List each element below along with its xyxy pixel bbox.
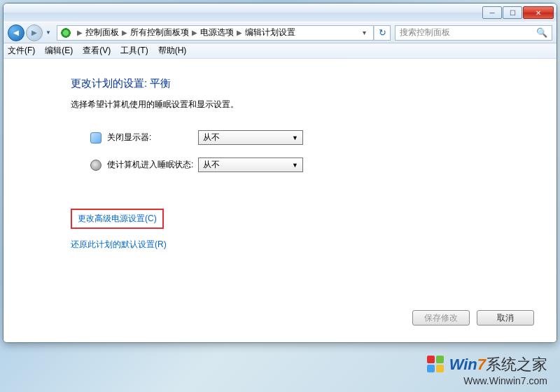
chevron-down-icon: ▼ xyxy=(292,162,298,169)
dropdown-sleep[interactable]: 从不 ▼ xyxy=(198,158,303,172)
watermark-url: Www.Winwin7.com xyxy=(427,375,547,386)
crumb-edit-plan[interactable]: 编辑计划设置 xyxy=(245,27,295,38)
watermark-zh: 系统之家 xyxy=(486,356,547,373)
search-icon: 🔍 xyxy=(536,27,547,38)
window-titlebar: ─ ☐ ✕ xyxy=(4,4,556,22)
chevron-right-icon: ▶ xyxy=(122,29,127,36)
search-input[interactable]: 搜索控制面板 🔍 xyxy=(395,25,552,41)
breadcrumb-dropdown-icon[interactable]: ▾ xyxy=(358,29,370,36)
crumb-control-panel[interactable]: 控制面板 xyxy=(85,27,119,38)
control-panel-window: ─ ☐ ✕ ◄ ► ▼ ▶ 控制面板 ▶ 所有控制面板项 ▶ 电源选项 ▶ 编辑… xyxy=(3,3,557,343)
nav-forward-button[interactable]: ► xyxy=(26,24,43,41)
label-sleep: 使计算机进入睡眠状态: xyxy=(107,159,198,171)
chevron-down-icon: ▼ xyxy=(292,134,298,141)
crumb-power-options[interactable]: 电源选项 xyxy=(200,27,234,38)
menu-edit[interactable]: 编辑(E) xyxy=(45,45,73,57)
menu-help[interactable]: 帮助(H) xyxy=(158,45,187,57)
row-sleep: 使计算机进入睡眠状态: 从不 ▼ xyxy=(90,158,540,172)
menu-tools[interactable]: 工具(T) xyxy=(120,45,148,57)
menu-bar: 文件(F) 编辑(E) 查看(V) 工具(T) 帮助(H) xyxy=(4,43,556,59)
page-heading: 更改计划的设置: 平衡 xyxy=(71,77,540,90)
minimize-button[interactable]: ─ xyxy=(482,6,502,19)
menu-file[interactable]: 文件(F) xyxy=(8,45,35,57)
row-turn-off-display: 关闭显示器: 从不 ▼ xyxy=(90,130,540,145)
save-button[interactable]: 保存修改 xyxy=(412,310,470,326)
button-row: 保存修改 取消 xyxy=(71,310,540,331)
windows-flag-icon xyxy=(427,356,445,374)
menu-view[interactable]: 查看(V) xyxy=(83,45,111,57)
breadcrumb[interactable]: ▶ 控制面板 ▶ 所有控制面板项 ▶ 电源选项 ▶ 编辑计划设置 ▾ xyxy=(57,25,374,41)
close-button[interactable]: ✕ xyxy=(523,6,554,19)
page-subtext: 选择希望计算机使用的睡眠设置和显示设置。 xyxy=(71,99,540,111)
sleep-icon xyxy=(90,160,102,171)
nav-back-button[interactable]: ◄ xyxy=(8,24,24,41)
links-block: 更改高级电源设置(C) 还原此计划的默认设置(R) xyxy=(71,209,540,251)
chevron-right-icon: ▶ xyxy=(237,29,242,36)
address-bar: ◄ ► ▼ ▶ 控制面板 ▶ 所有控制面板项 ▶ 电源选项 ▶ 编辑计划设置 ▾… xyxy=(4,22,556,43)
crumb-all-items[interactable]: 所有控制面板项 xyxy=(130,27,189,38)
dropdown-turn-off-display[interactable]: 从不 ▼ xyxy=(198,130,303,145)
content-area: 更改计划的设置: 平衡 选择希望计算机使用的睡眠设置和显示设置。 关闭显示器: … xyxy=(4,59,556,342)
maximize-button[interactable]: ☐ xyxy=(503,6,522,19)
nav-history-dropdown[interactable]: ▼ xyxy=(44,25,52,41)
chevron-right-icon: ▶ xyxy=(192,29,197,36)
watermark-7: 7 xyxy=(477,356,486,373)
watermark: Win7系统之家 Www.Winwin7.com xyxy=(427,354,547,386)
refresh-button[interactable]: ↻ xyxy=(374,25,391,41)
search-placeholder: 搜索控制面板 xyxy=(400,27,536,38)
dropdown-value: 从不 xyxy=(203,159,220,171)
link-advanced-power-settings[interactable]: 更改高级电源设置(C) xyxy=(71,209,164,229)
display-icon xyxy=(90,132,102,144)
cancel-button[interactable]: 取消 xyxy=(477,310,534,326)
link-restore-defaults[interactable]: 还原此计划的默认设置(R) xyxy=(71,239,167,249)
control-panel-icon xyxy=(60,27,71,38)
label-turn-off-display: 关闭显示器: xyxy=(107,132,198,144)
watermark-win: Win xyxy=(449,356,477,373)
chevron-right-icon: ▶ xyxy=(77,29,83,36)
dropdown-value: 从不 xyxy=(203,132,220,144)
